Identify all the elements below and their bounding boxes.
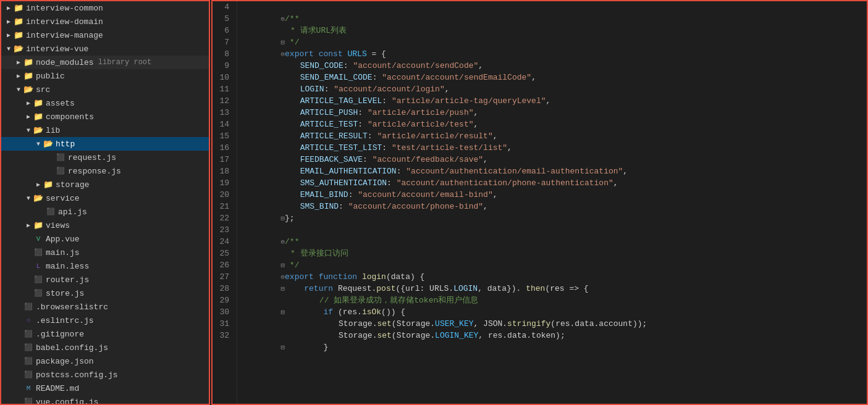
tree-item-readme[interactable]: M README.md [1, 382, 209, 395]
line-num-15: 15 [217, 130, 229, 142]
tree-item-response-js[interactable]: ⬛ response.js [1, 164, 209, 178]
tree-item-gitignore[interactable]: ⬛ .gitignore [1, 327, 209, 341]
folder-blue-icon: 📂 [43, 139, 53, 149]
line-num-11: 11 [217, 83, 229, 95]
tree-label: interview-vue [26, 44, 88, 54]
line-num-18: 18 [217, 165, 229, 177]
tree-label: main.js [46, 248, 80, 257]
tree-label: request.js [68, 153, 116, 162]
code-editor[interactable]: 4 5 6 7 8 9 10 11 12 13 14 15 16 17 18 1… [211, 0, 868, 405]
line-num-26: 26 [217, 259, 229, 271]
tree-label: README.md [36, 384, 79, 393]
folder-open-icon: 📂 [33, 125, 43, 135]
tree-item-eslintrc[interactable]: ○ .eslintrc.js [1, 314, 209, 327]
tree-label: components [46, 112, 94, 122]
tree-label: vue.config.js [36, 398, 98, 406]
line-num-4: 4 [217, 1, 229, 13]
line-num-30: 30 [217, 306, 229, 318]
folder-open-icon: 📂 [23, 85, 33, 94]
arrow-icon: ▼ [4, 46, 14, 52]
tree-item-store-js[interactable]: ⬛ store.js [1, 286, 209, 300]
tree-item-interview-domain[interactable]: ▶ 📁 interview-domain [1, 15, 209, 28]
arrow-icon: ▶ [14, 72, 23, 80]
line-num-23: 23 [217, 224, 229, 236]
arrow-icon: ▼ [23, 127, 33, 134]
tree-item-storage[interactable]: ▶ 📁 storage [1, 178, 209, 191]
line-num-27: 27 [217, 271, 229, 283]
file-tree: ▶ 📁 interview-common ▶ 📁 interview-domai… [0, 0, 210, 405]
tree-item-lib[interactable]: ▼ 📂 lib [1, 123, 209, 137]
js-file-icon: ⬛ [23, 370, 33, 380]
tree-item-interview-manage[interactable]: ▶ 📁 interview-manage [1, 28, 209, 42]
line-num-5: 5 [217, 13, 229, 25]
tree-item-app-vue[interactable]: V App.vue [1, 232, 209, 246]
tree-item-postcss-config[interactable]: ⬛ postcss.config.js [1, 368, 209, 382]
tree-item-assets[interactable]: ▶ 📁 assets [1, 96, 209, 110]
line-num-12: 12 [217, 95, 229, 107]
code-line-4: ⊖/** [242, 1, 862, 13]
tree-item-browserslistrc[interactable]: ⬛ .browserslistrc [1, 300, 209, 314]
line-num-32: 32 [217, 330, 229, 341]
line-numbers: 4 5 6 7 8 9 10 11 12 13 14 15 16 17 18 1… [213, 1, 237, 404]
md-file-icon: M [23, 383, 33, 393]
folder-icon: 📁 [33, 98, 43, 108]
tree-label: babel.config.js [36, 343, 108, 353]
js-file-icon: ⬛ [46, 207, 56, 217]
tree-item-views[interactable]: ▶ 📁 views [1, 219, 209, 232]
line-num-31: 31 [217, 318, 229, 330]
line-num-19: 19 [217, 177, 229, 189]
js-file-icon: ⬛ [23, 397, 33, 405]
tree-label: .eslintrc.js [36, 316, 94, 325]
js-file-icon: ⬛ [33, 288, 43, 298]
eslint-file-icon: ○ [23, 315, 33, 325]
tree-item-interview-common[interactable]: ▶ 📁 interview-common [1, 1, 209, 15]
tree-label: .gitignore [36, 330, 84, 339]
code-line-7: ⊖export const URLS = { [242, 36, 862, 48]
tree-item-interview-vue[interactable]: ▼ 📂 interview-vue [1, 42, 209, 56]
tree-label: App.vue [46, 235, 80, 244]
line-num-22: 22 [217, 212, 229, 224]
tree-item-components[interactable]: ▶ 📁 components [1, 110, 209, 123]
folder-icon: 📁 [14, 30, 23, 40]
git-file-icon: ⬛ [23, 329, 33, 339]
line-num-6: 6 [217, 25, 229, 36]
tree-label: .browserslistrc [36, 303, 108, 312]
line-num-20: 20 [217, 189, 229, 201]
tree-item-main-js[interactable]: ⬛ main.js [1, 246, 209, 259]
tree-label: http [56, 140, 75, 149]
tree-label: views [46, 221, 70, 230]
tree-item-package-json[interactable]: ⬛ package.json [1, 354, 209, 368]
arrow-icon: ▼ [14, 86, 23, 93]
tree-item-router-js[interactable]: ⬛ router.js [1, 273, 209, 286]
folder-icon: 📁 [14, 17, 23, 27]
tree-label: router.js [46, 275, 89, 285]
arrow-icon: ▶ [23, 99, 33, 107]
arrow-icon: ▶ [4, 4, 14, 12]
code-lines: ⊖/** * 请求URL列表 ⊟ */ ⊖export const URLS =… [237, 1, 867, 404]
tree-item-node-modules[interactable]: ▶ 📁 node_modules library root [1, 56, 209, 69]
tree-item-request-js[interactable]: ⬛ request.js [1, 151, 209, 164]
tree-label: interview-common [26, 4, 103, 13]
tree-item-service[interactable]: ▼ 📂 service [1, 191, 209, 205]
tree-item-api-js[interactable]: ⬛ api.js [1, 205, 209, 219]
tree-item-vue-config[interactable]: ⬛ vue.config.js [1, 395, 209, 405]
tree-label: store.js [46, 289, 84, 298]
folder-icon: 📁 [33, 112, 43, 122]
js-file-icon: ⬛ [33, 248, 43, 257]
tree-label: interview-domain [26, 17, 103, 27]
tree-label: response.js [68, 167, 121, 176]
tree-item-public[interactable]: ▶ 📁 public [1, 69, 209, 83]
arrow-icon: ▶ [23, 113, 33, 120]
tree-label: postcss.config.js [36, 370, 118, 380]
arrow-icon: ▶ [4, 18, 14, 25]
tree-label: lib [46, 126, 60, 135]
code-line-24: * 登录接口访问 [242, 236, 862, 248]
tree-item-babel-config[interactable]: ⬛ babel.config.js [1, 341, 209, 354]
tree-item-main-less[interactable]: L main.less [1, 259, 209, 273]
line-num-25: 25 [217, 248, 229, 259]
code-line-26: ⊖export function login(data) { [242, 259, 862, 271]
arrow-icon: ▼ [33, 141, 43, 148]
config-file-icon: ⬛ [23, 302, 33, 312]
tree-item-http[interactable]: ▼ 📂 http [1, 137, 209, 151]
tree-item-src[interactable]: ▼ 📂 src [1, 83, 209, 96]
